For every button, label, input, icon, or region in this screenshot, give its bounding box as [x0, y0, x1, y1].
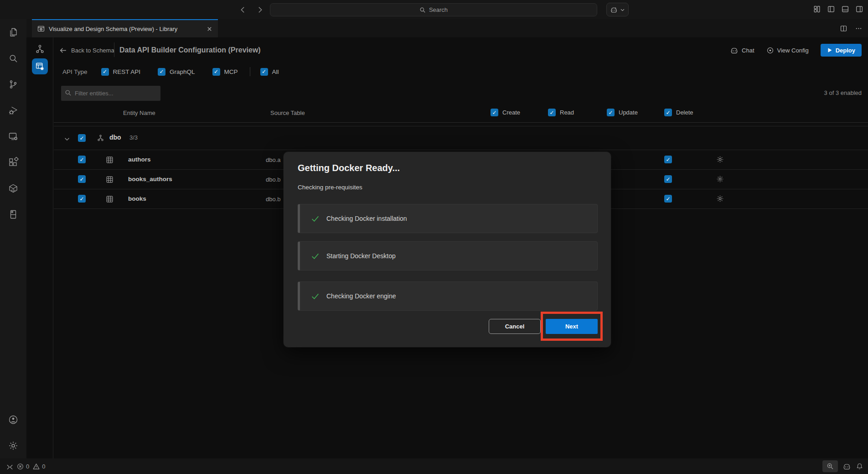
play-icon: [827, 47, 832, 53]
bell-icon[interactable]: [856, 463, 863, 470]
row-delete-checkbox[interactable]: [664, 175, 672, 183]
copilot-chat-icon: [610, 6, 618, 14]
deploy-button[interactable]: Deploy: [821, 44, 862, 57]
row-delete-checkbox[interactable]: [664, 195, 672, 203]
search-label: Search: [429, 6, 448, 13]
designer-tool-rail: [26, 37, 53, 458]
tab-close-icon[interactable]: [207, 26, 212, 32]
schema-group-row-dbo: dbo 3/3: [54, 126, 868, 150]
row-settings-gear-icon[interactable]: [716, 194, 724, 203]
copilot-icon: [730, 46, 739, 55]
tab-visualize-design-schema[interactable]: Visualize and Design Schema (Preview) - …: [32, 19, 218, 37]
schema-designer-icon: [37, 25, 45, 32]
page-title: Data API Builder Configuration (Preview): [119, 46, 261, 54]
remote-indicator[interactable]: [6, 463, 13, 470]
row-checkbox[interactable]: [78, 175, 86, 183]
row-settings-gear-icon[interactable]: [716, 175, 724, 183]
schema-diagram-tool-icon[interactable]: [34, 43, 46, 55]
back-to-schema-link[interactable]: Back to Schema: [59, 47, 114, 54]
filter-search-icon: [65, 89, 72, 96]
customize-layout-icon[interactable]: [813, 5, 821, 13]
chat-button[interactable]: Chat: [730, 46, 754, 55]
search-view-icon[interactable]: [0, 45, 26, 71]
view-config-button[interactable]: View Config: [766, 47, 809, 54]
check-icon: [311, 292, 320, 301]
all-checkbox[interactable]: [260, 68, 268, 76]
table-icon: [106, 195, 114, 203]
vscode-window: Search: [0, 0, 868, 474]
remote-explorer-icon[interactable]: [0, 123, 26, 149]
enabled-summary: 3 of 3 enabled: [824, 89, 862, 96]
source-control-icon[interactable]: [0, 71, 26, 97]
chevron-down-icon[interactable]: [64, 136, 70, 142]
update-all-checkbox[interactable]: [607, 109, 615, 116]
schema-hierarchy-icon: [96, 134, 105, 142]
command-center-search[interactable]: Search: [270, 3, 597, 16]
group-name: dbo: [109, 134, 121, 141]
tab-title: Visualize and Design Schema (Preview) - …: [49, 26, 202, 32]
step-checking-docker-installation: Checking Docker installation: [298, 204, 598, 233]
error-icon: [17, 463, 24, 470]
split-editor-icon[interactable]: [840, 25, 847, 32]
table-icon: [106, 176, 114, 183]
dab-config-tool-icon[interactable]: [32, 58, 48, 74]
accounts-icon[interactable]: [0, 406, 26, 432]
docker-icon[interactable]: [0, 175, 26, 201]
more-actions-icon[interactable]: [855, 25, 863, 32]
run-debug-icon[interactable]: [0, 97, 26, 123]
getting-docker-ready-dialog: Getting Docker Ready... Checking pre-req…: [284, 152, 611, 347]
cancel-button[interactable]: Cancel: [489, 319, 541, 334]
dialog-title: Getting Docker Ready...: [298, 163, 400, 173]
toggle-primary-sidebar-icon[interactable]: [827, 5, 835, 13]
nav-forward-icon[interactable]: [254, 4, 265, 15]
row-checkbox[interactable]: [78, 156, 86, 163]
filter-entities-input[interactable]: [61, 86, 160, 101]
toggle-secondary-sidebar-icon[interactable]: [855, 5, 863, 13]
extensions-icon[interactable]: [0, 149, 26, 175]
activity-bar: [0, 19, 26, 458]
search-icon: [419, 7, 426, 13]
errors-indicator[interactable]: 0: [17, 463, 29, 470]
warnings-indicator[interactable]: 0: [33, 463, 45, 470]
explorer-icon[interactable]: [0, 19, 26, 45]
step-checking-docker-engine: Checking Docker engine: [298, 281, 598, 311]
source-table-column-header: Source Table: [270, 109, 305, 116]
row-delete-checkbox[interactable]: [664, 156, 672, 163]
chevron-down-icon: [620, 7, 625, 12]
check-icon: [311, 252, 320, 260]
group-count: 3/3: [129, 134, 138, 141]
graphql-checkbox[interactable]: [158, 68, 165, 76]
nav-back-icon[interactable]: [237, 4, 248, 15]
settings-gear-icon[interactable]: [0, 432, 26, 458]
copilot-menu-button[interactable]: [606, 3, 629, 16]
eye-icon: [766, 47, 774, 54]
entity-name-column-header: Entity Name: [123, 109, 155, 116]
entities-table-header: Entity Name Source Table Create Read Upd…: [54, 104, 868, 123]
check-icon: [311, 214, 320, 223]
create-all-checkbox[interactable]: [491, 109, 498, 116]
api-type-label: API Type: [62, 68, 88, 75]
rest-api-checkbox[interactable]: [101, 68, 109, 76]
copilot-status-icon[interactable]: [842, 462, 851, 471]
row-settings-gear-icon[interactable]: [716, 155, 724, 164]
row-checkbox[interactable]: [78, 195, 86, 203]
delete-all-checkbox[interactable]: [664, 109, 672, 116]
table-icon: [106, 156, 114, 164]
title-bar: Search: [0, 0, 868, 19]
api-type-row: API Type REST API GraphQL MCP All: [62, 64, 296, 79]
warning-icon: [33, 463, 40, 470]
mcp-checkbox[interactable]: [212, 68, 220, 76]
dbo-group-checkbox[interactable]: [78, 134, 86, 142]
step-starting-docker-desktop: Starting Docker Desktop: [298, 241, 598, 271]
tab-bar: Visualize and Design Schema (Preview) - …: [26, 19, 868, 37]
zoom-status-icon[interactable]: [822, 460, 838, 472]
toggle-panel-icon[interactable]: [841, 5, 849, 13]
read-all-checkbox[interactable]: [548, 109, 556, 116]
status-bar: 0 0: [0, 458, 868, 474]
database-projects-icon[interactable]: [0, 201, 26, 227]
arrow-left-icon: [59, 47, 67, 54]
dialog-subtitle: Checking pre-requisites: [298, 184, 362, 191]
next-button[interactable]: Next: [546, 319, 598, 334]
